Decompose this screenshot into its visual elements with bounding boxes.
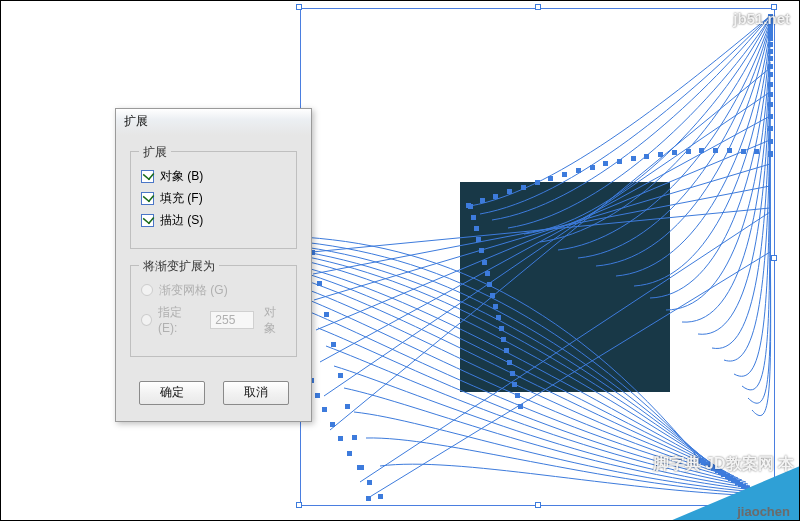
row-radio-specify: 指定 (E): 255 对象 — [141, 304, 286, 336]
radio-gradient-mesh — [141, 284, 153, 296]
radio-gradient-mesh-label: 渐变网格 (G) — [159, 282, 228, 298]
group-expand-gradient-title: 将渐变扩展为 — [139, 258, 219, 275]
dialog-title: 扩展 — [116, 109, 311, 135]
expand-dialog: 扩展 扩展 对象 (B) 填充 (F) 描边 (S) 将渐变扩展为 渐变网格 (… — [115, 108, 312, 422]
row-stroke: 描边 (S) — [141, 212, 286, 228]
group-expand-title: 扩展 — [139, 144, 171, 161]
specify-count-input: 255 — [210, 311, 254, 329]
group-expand: 扩展 对象 (B) 填充 (F) 描边 (S) — [130, 151, 297, 249]
row-object: 对象 (B) — [141, 168, 286, 184]
checkbox-object[interactable] — [141, 170, 154, 183]
artboard[interactable] — [300, 8, 775, 506]
ok-button[interactable]: 确定 — [139, 381, 205, 405]
watermark-bottom-right: jiaochen — [737, 504, 790, 519]
radio-specify — [141, 314, 152, 326]
checkbox-stroke[interactable] — [141, 214, 154, 227]
cancel-button[interactable]: 取消 — [223, 381, 289, 405]
row-fill: 填充 (F) — [141, 190, 286, 206]
checkbox-stroke-label: 描边 (S) — [160, 212, 203, 228]
checkbox-object-label: 对象 (B) — [160, 168, 203, 184]
radio-specify-label: 指定 (E): — [158, 304, 200, 336]
specify-suffix-label: 对象 — [264, 304, 286, 336]
checkbox-fill[interactable] — [141, 192, 154, 205]
row-radio-mesh: 渐变网格 (G) — [141, 282, 286, 298]
group-expand-gradient: 将渐变扩展为 渐变网格 (G) 指定 (E): 255 对象 — [130, 265, 297, 357]
checkbox-fill-label: 填充 (F) — [160, 190, 203, 206]
